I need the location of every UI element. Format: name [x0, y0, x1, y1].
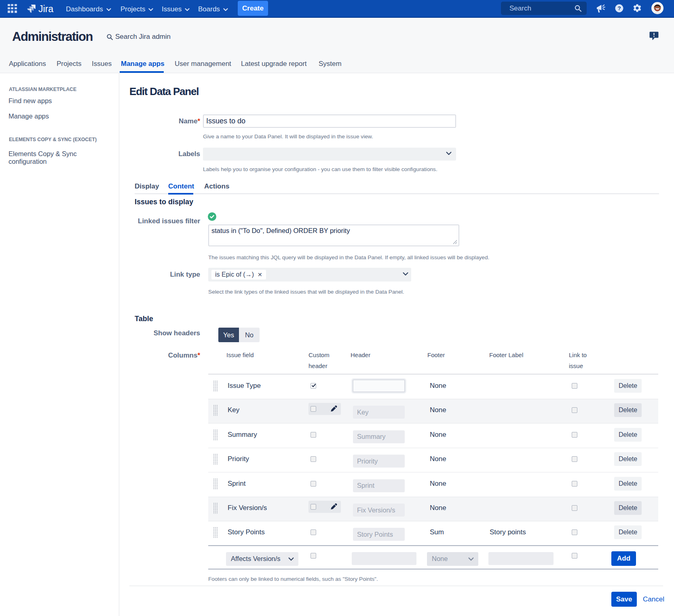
- svg-text:?: ?: [617, 5, 621, 11]
